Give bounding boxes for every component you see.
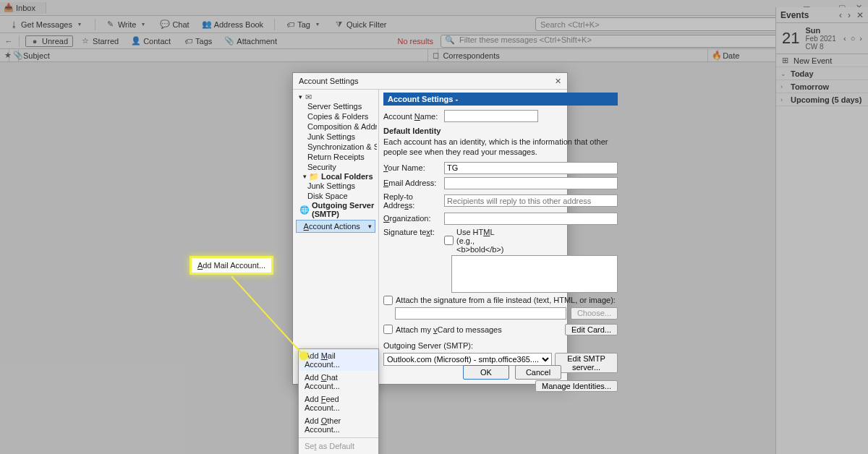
inbox-icon: 📥 [4, 4, 13, 12]
tree-disk[interactable]: Disk Space [294, 191, 377, 201]
email-input[interactable] [444, 177, 618, 189]
filter-attachment[interactable]: 📎 Attachment [220, 35, 282, 48]
tab-label: Inbox [16, 4, 35, 12]
manage-identities-button[interactable]: Manage Identities... [535, 380, 618, 392]
tag-button[interactable]: 🏷 Tag ▾ [281, 18, 327, 31]
tree-return[interactable]: Return Receipts [294, 152, 377, 162]
filter-unread[interactable]: ● Unread [25, 35, 73, 47]
account-settings-dialog: Account Settings ✕ ▾✉ Server Settings Co… [292, 72, 568, 385]
tree-security[interactable]: Security [294, 162, 377, 172]
chevron-down-icon: ▾ [139, 20, 148, 29]
chat-button[interactable]: 💬 Chat [156, 18, 194, 31]
address-book-button[interactable]: 👥 Address Book [197, 18, 268, 31]
account-tree: ▾✉ Server Settings Copies & Folders Comp… [293, 90, 379, 361]
dialog-title: Account Settings [299, 77, 359, 85]
tree-composition[interactable]: Composition & Addressing [294, 121, 377, 132]
dot-icon: ● [30, 37, 39, 46]
funnel-icon: ⧩ [335, 20, 344, 29]
pencil-icon: ✎ [106, 20, 115, 29]
tree-server-settings[interactable]: Server Settings [294, 101, 377, 111]
menu-add-mail[interactable]: Add Mail Account... [299, 349, 378, 371]
account-actions-menu: Add Mail Account... Add Chat Account... … [298, 348, 379, 454]
tree-account-root[interactable]: ▾✉ [294, 93, 377, 101]
smtp-select[interactable]: Outlook.com (Microsoft) - smtp.office365… [383, 353, 552, 366]
tab-inbox[interactable]: 📥 Inbox [0, 2, 46, 14]
no-results-label: No results [397, 37, 433, 46]
filter-contact[interactable]: 👤 Contact [127, 35, 176, 48]
contact-icon: 👤 [132, 37, 140, 46]
new-event-row[interactable]: ⊞ New Event [776, 54, 868, 67]
close-panel-icon[interactable]: ✕ [856, 10, 864, 20]
replyto-label: Reply-to Address: [383, 192, 440, 210]
addressbook-icon: 👥 [203, 20, 211, 29]
write-button[interactable]: ✎ Write ▾ [101, 18, 153, 31]
chat-icon: 💬 [161, 20, 169, 29]
account-name-label: Account Name: [383, 112, 440, 121]
tree-junk2[interactable]: Junk Settings [294, 181, 377, 191]
tag-icon: 🏷 [184, 37, 192, 46]
back-icon[interactable]: ← [4, 37, 13, 46]
day-name: Sun [805, 26, 838, 35]
tag-icon: 🏷 [286, 20, 294, 29]
use-html-check[interactable]: Use HTML (e.g., <b>bold</b>) [444, 228, 501, 254]
chevron-right-icon: › [780, 96, 786, 103]
col-date[interactable]: Date [723, 51, 739, 60]
menu-add-other[interactable]: Add Other Account... [299, 414, 378, 436]
identity-desc: Each account has an identity, which is t… [383, 137, 618, 158]
sig-label: Signature text: [383, 228, 440, 236]
signature-textarea[interactable] [451, 255, 618, 293]
today-row[interactable]: ⌄ Today [776, 67, 868, 80]
next-day-icon[interactable]: › [859, 34, 862, 43]
filter-starred[interactable]: ☆ Starred [76, 35, 124, 48]
menu-add-chat[interactable]: Add Chat Account... [299, 371, 378, 393]
col-correspondents[interactable]: Correspondents [443, 51, 499, 60]
tree-smtp[interactable]: 🌐Outgoing Server (SMTP) [294, 201, 377, 218]
star-icon: ☆ [81, 37, 90, 46]
chevron-down-icon: ▾ [75, 20, 84, 29]
attach-sig-check[interactable]: Attach the signature from a file instead… [383, 296, 618, 305]
cancel-button[interactable]: Cancel [515, 365, 561, 380]
tree-sync[interactable]: Synchronization & Storage [294, 142, 377, 152]
col-subject[interactable]: Subject [23, 51, 50, 60]
menu-add-feed[interactable]: Add Feed Account... [299, 393, 378, 414]
events-title: Events [780, 10, 809, 20]
paperclip-icon: 📎 [225, 37, 234, 46]
replyto-input[interactable] [444, 194, 618, 207]
edit-smtp-button[interactable]: Edit SMTP server... [555, 353, 618, 373]
download-icon: ⭳ [9, 20, 18, 29]
edit-card-button[interactable]: Edit Card... [565, 324, 618, 335]
mail-icon: ✉ [304, 93, 312, 101]
day-sub: Feb 2021 CW 8 [805, 35, 838, 51]
today-icon[interactable]: ○ [851, 34, 856, 43]
search-icon: 🔍 [446, 35, 454, 44]
quick-filter-button[interactable]: ⧩ Quick Filter [330, 18, 392, 31]
dialog-close-icon[interactable]: ✕ [555, 77, 561, 86]
chevron-right-icon: › [780, 83, 786, 90]
tree-junk[interactable]: Junk Settings [294, 132, 377, 142]
filter-tags[interactable]: 🏷 Tags [179, 35, 217, 48]
account-name-input[interactable] [444, 110, 538, 122]
upcoming-row[interactable]: › Upcoming (5 days) [776, 93, 868, 106]
calendar-plus-icon: ⊞ [780, 56, 789, 65]
prev-icon[interactable]: ‹ [839, 10, 842, 20]
prev-day-icon[interactable]: ‹ [843, 34, 846, 43]
get-messages-button[interactable]: ⭳ Get Messages ▾ [4, 18, 89, 31]
vcard-check[interactable]: Attach my vCard to messages [383, 325, 502, 334]
choose-button[interactable]: Choose... [571, 307, 618, 320]
your-name-label: Your Name: [383, 163, 440, 172]
sig-file-input[interactable] [395, 307, 566, 320]
email-label: Email Address: [383, 179, 440, 187]
org-label: Organization: [383, 214, 440, 223]
tree-local-folders[interactable]: ▾📁Local Folders [294, 172, 377, 181]
next-icon[interactable]: › [848, 10, 851, 20]
account-actions-button[interactable]: Account Actions ▾ [296, 220, 375, 233]
your-name-input[interactable] [444, 162, 618, 174]
highlight-dot [299, 351, 308, 360]
chevron-down-icon: ▾ [368, 223, 372, 230]
tomorrow-row[interactable]: › Tomorrow [776, 80, 868, 93]
tree-copies-folders[interactable]: Copies & Folders [294, 111, 377, 121]
ok-button[interactable]: OK [463, 365, 509, 380]
folder-icon: 📁 [310, 172, 318, 181]
org-input[interactable] [444, 213, 618, 225]
smtp-label: Outgoing Server (SMTP): [383, 341, 618, 350]
